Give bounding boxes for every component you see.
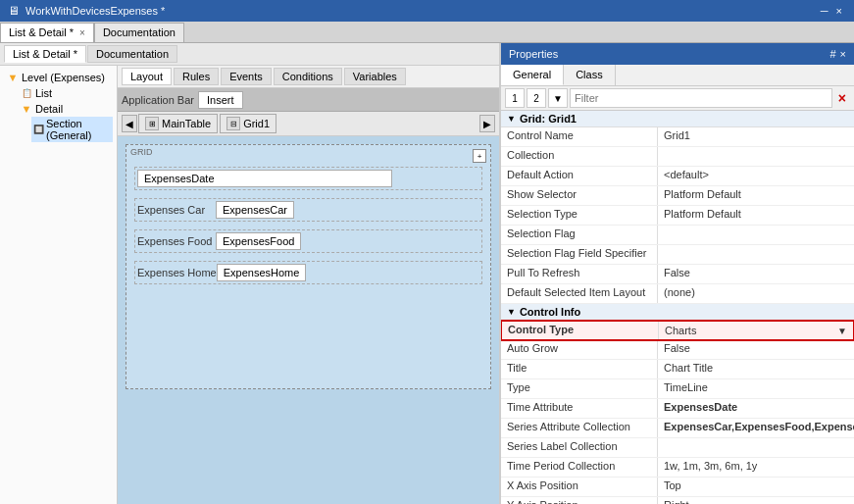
control-tab-grid1[interactable]: ⊟ Grid1 bbox=[220, 114, 276, 133]
prop-name-type: Type bbox=[501, 379, 658, 398]
title-bar-minimize[interactable]: ─ bbox=[821, 5, 829, 17]
filter-icon-button[interactable]: ▼ bbox=[548, 88, 568, 108]
tab-list-detail-label: List & Detail * bbox=[9, 26, 74, 38]
prop-value-serieslabel[interactable] bbox=[658, 438, 854, 457]
prop-row-showselector: Show Selector Platform Default bbox=[501, 186, 854, 206]
layout-tab-rules[interactable]: Rules bbox=[174, 68, 219, 85]
prop-value-collection[interactable] bbox=[658, 147, 854, 166]
field-control-expensescar[interactable]: ExpensesCar bbox=[216, 201, 294, 219]
layout-tab-layout[interactable]: Layout bbox=[122, 68, 172, 85]
close-properties-button[interactable]: × bbox=[840, 48, 846, 60]
layout-tab-events-label: Events bbox=[229, 71, 263, 82]
prop-name-title: Title bbox=[501, 360, 658, 378]
prop-tab-general[interactable]: General bbox=[501, 65, 564, 85]
controltype-dropdown-arrow[interactable]: ▼ bbox=[837, 326, 847, 336]
prop-value-timeperiod[interactable]: 1w, 1m, 3m, 6m, 1y bbox=[658, 458, 854, 477]
grid-resize-handle[interactable]: + bbox=[473, 149, 486, 163]
filter-clear-button[interactable]: × bbox=[834, 90, 850, 106]
field-control-expensesfood[interactable]: ExpensesFood bbox=[216, 232, 301, 250]
prop-value-seriesattr[interactable]: ExpensesCar,ExpensesFood,Expense... bbox=[658, 419, 854, 437]
sort-az-button[interactable]: 1 bbox=[505, 88, 525, 108]
prop-value-showselector[interactable]: Platform Default bbox=[658, 186, 854, 205]
tree-item-section-label: Section (General) bbox=[46, 118, 111, 141]
tree-panel: ▼ Level (Expenses) 📋 List ▼ Detail bbox=[0, 66, 118, 504]
prop-value-selectionflagspec[interactable] bbox=[658, 245, 854, 264]
prop-value-controltype[interactable]: Charts ▼ bbox=[659, 322, 853, 339]
prop-row-collection: Collection bbox=[501, 147, 854, 167]
grid-row-0: ExpensesDate bbox=[134, 167, 482, 190]
sub-tab-documentation-label: Documentation bbox=[96, 48, 169, 60]
prop-tab-class[interactable]: Class bbox=[564, 65, 616, 85]
canvas-area: GRID + ExpensesDate Expenses Car Expense… bbox=[118, 136, 499, 504]
layout-tab-variables[interactable]: Variables bbox=[344, 68, 406, 85]
prop-value-pulltorefresh[interactable]: False bbox=[658, 265, 854, 283]
prop-value-autogrow[interactable]: False bbox=[658, 340, 854, 359]
prop-name-serieslabel: Series Label Collection bbox=[501, 438, 658, 457]
prop-name-yaxis: Y Axis Position bbox=[501, 497, 658, 504]
layout-tab-rules-label: Rules bbox=[182, 71, 210, 82]
tab-list-detail-close[interactable]: × bbox=[79, 27, 85, 38]
prop-value-defaultselected[interactable]: (none) bbox=[658, 284, 854, 303]
prop-value-yaxis[interactable]: Right bbox=[658, 497, 854, 504]
prop-value-timeattribute[interactable]: ExpensesDate bbox=[658, 399, 854, 418]
sub-tab-documentation[interactable]: Documentation bbox=[87, 45, 177, 63]
control-tab-maintable[interactable]: ⊞ MainTable bbox=[138, 114, 218, 133]
prop-value-defaultaction[interactable]: <default> bbox=[658, 167, 854, 185]
prop-row-timeattribute: Time Attribute ExpensesDate bbox=[501, 399, 854, 419]
title-bar-text: WorkWithDevicesExpenses * bbox=[25, 5, 821, 17]
left-panel: List & Detail * Documentation ▼ Level (E… bbox=[0, 43, 500, 504]
sort-cat-button[interactable]: 2 bbox=[527, 88, 546, 108]
field-control-expenseshome[interactable]: ExpensesHome bbox=[217, 264, 307, 281]
detail-icon: ▼ bbox=[20, 102, 33, 116]
field-control-expensesdate[interactable]: ExpensesDate bbox=[137, 170, 392, 187]
prop-value-selectionflag[interactable] bbox=[658, 226, 854, 244]
filter-input[interactable] bbox=[570, 88, 832, 108]
prop-toolbar: 1 2 ▼ × bbox=[501, 86, 854, 111]
tree-item-section[interactable]: 🔲 Section (General) bbox=[31, 117, 113, 142]
prop-row-controlname: Control Name Grid1 bbox=[501, 127, 854, 147]
sub-tab-list-detail-label: List & Detail * bbox=[13, 48, 77, 60]
prop-section-controlinfo[interactable]: ▼ Control Info bbox=[501, 304, 854, 321]
prop-row-seriesattr: Series Attribute Collection ExpensesCar,… bbox=[501, 419, 854, 438]
left-content: ▼ Level (Expenses) 📋 List ▼ Detail bbox=[0, 66, 499, 504]
tree-children: 📋 List ▼ Detail 🔲 Section (General) bbox=[4, 85, 113, 142]
tree-item-list[interactable]: 📋 List bbox=[18, 85, 113, 101]
sub-tab-bar: List & Detail * Documentation bbox=[0, 43, 499, 66]
section-icon: 🔲 bbox=[33, 123, 44, 136]
prop-row-defaultaction: Default Action <default> bbox=[501, 167, 854, 186]
prop-row-controltype: Control Type Charts ▼ bbox=[501, 321, 854, 340]
app-bar-label: Application Bar bbox=[122, 94, 194, 106]
title-bar-close[interactable]: × bbox=[832, 5, 846, 17]
prop-value-selectiontype[interactable]: Platform Default bbox=[658, 206, 854, 225]
prop-row-defaultselected: Default Selected Item Layout (none) bbox=[501, 284, 854, 304]
layout-tab-conditions[interactable]: Conditions bbox=[274, 68, 342, 85]
nav-arrow-left[interactable]: ◀ bbox=[122, 115, 137, 132]
layout-tab-events[interactable]: Events bbox=[221, 68, 272, 85]
prop-name-showselector: Show Selector bbox=[501, 186, 658, 205]
tree-item-level[interactable]: ▼ Level (Expenses) bbox=[4, 70, 113, 85]
prop-tabs: General Class bbox=[501, 65, 854, 86]
pin-button[interactable]: # bbox=[829, 48, 835, 60]
layout-tab-conditions-label: Conditions bbox=[282, 71, 333, 82]
nav-arrow-right[interactable]: ▶ bbox=[479, 115, 495, 132]
app-bar-insert-button[interactable]: Insert bbox=[198, 91, 243, 109]
prop-row-pulltorefresh: Pull To Refresh False bbox=[501, 265, 854, 284]
grid-row-1: Expenses Car ExpensesCar bbox=[134, 198, 482, 222]
app-bar: Application Bar Insert bbox=[118, 88, 499, 112]
properties-title: Properties bbox=[509, 48, 829, 60]
prop-value-xaxis[interactable]: Top bbox=[658, 478, 854, 496]
prop-tab-general-label: General bbox=[513, 69, 551, 80]
prop-name-selectionflag: Selection Flag bbox=[501, 226, 658, 244]
sub-tab-list-detail[interactable]: List & Detail * bbox=[4, 45, 86, 63]
prop-section-grid[interactable]: ▼ Grid: Grid1 bbox=[501, 111, 854, 127]
prop-value-title[interactable]: Chart Title bbox=[658, 360, 854, 378]
tab-list-detail[interactable]: List & Detail * × bbox=[0, 23, 94, 42]
prop-value-type[interactable]: TimeLine bbox=[658, 379, 854, 398]
title-bar: 🖥 WorkWithDevicesExpenses * ─ × bbox=[0, 0, 854, 22]
tree-item-detail[interactable]: ▼ Detail bbox=[18, 101, 113, 117]
prop-name-pulltorefresh: Pull To Refresh bbox=[501, 265, 658, 283]
section-collapse-icon: ▼ bbox=[507, 114, 516, 124]
prop-value-controlname[interactable]: Grid1 bbox=[658, 127, 854, 146]
grid-label: GRID bbox=[130, 147, 153, 157]
tab-documentation[interactable]: Documentation bbox=[94, 23, 184, 42]
